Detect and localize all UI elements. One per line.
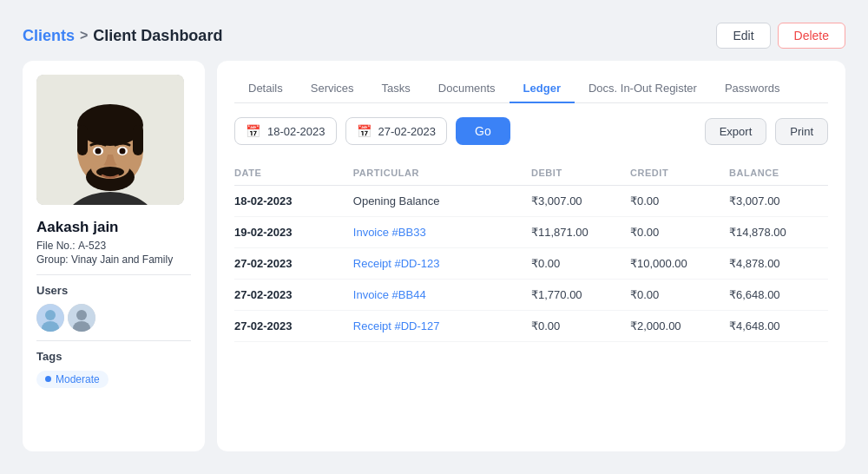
svg-point-16 — [45, 310, 56, 320]
tab-services[interactable]: Services — [297, 75, 368, 103]
cell-debit: ₹0.00 — [531, 311, 630, 342]
tab-documents[interactable]: Documents — [424, 75, 510, 103]
header: Clients > Client Dashboard Edit Delete — [23, 23, 845, 49]
breadcrumb-separator: > — [80, 28, 88, 43]
tag-label: Moderate — [56, 373, 100, 385]
from-date-input[interactable]: 📅 18-02-2023 — [234, 117, 337, 145]
svg-point-14 — [96, 167, 124, 177]
tab-docs-inout[interactable]: Docs. In-Out Register — [575, 75, 711, 103]
cell-credit: ₹10,000.00 — [630, 248, 729, 280]
cell-balance: ₹14,878.00 — [729, 217, 828, 248]
page-container: Clients > Client Dashboard Edit Delete — [9, 9, 859, 465]
divider-2 — [36, 340, 191, 341]
client-file-no: File No.: A-523 — [36, 240, 191, 252]
col-credit: CREDIT — [630, 162, 729, 186]
col-date: DATE — [234, 162, 353, 186]
cell-particular[interactable]: Invoice #BB44 — [353, 280, 531, 311]
cell-credit: ₹0.00 — [630, 280, 729, 311]
cell-debit: ₹0.00 — [531, 248, 630, 280]
export-button[interactable]: Export — [705, 118, 767, 145]
table-row: 27-02-2023Invoice #BB44₹1,770.00₹0.00₹6,… — [234, 280, 828, 311]
cell-particular: Opening Balance — [353, 186, 531, 217]
print-button[interactable]: Print — [775, 118, 828, 145]
cell-credit: ₹0.00 — [630, 217, 729, 248]
table-head: DATE PARTICULAR DEBIT CREDIT BALANCE — [234, 162, 828, 186]
user-avatar-1 — [36, 304, 64, 332]
calendar-from-icon: 📅 — [246, 124, 260, 138]
cell-particular[interactable]: Invoice #BB33 — [353, 217, 531, 248]
avatar — [36, 75, 184, 205]
tab-ledger[interactable]: Ledger — [510, 75, 575, 103]
svg-rect-6 — [77, 125, 88, 155]
client-name: Aakash jain — [36, 219, 191, 236]
cell-date: 18-02-2023 — [234, 186, 353, 217]
cell-date: 27-02-2023 — [234, 280, 353, 311]
svg-rect-7 — [133, 125, 143, 155]
table-row: 27-02-2023Receipt #DD-123₹0.00₹10,000.00… — [234, 248, 828, 280]
users-label: Users — [36, 284, 191, 297]
tab-details[interactable]: Details — [234, 75, 297, 103]
user-avatar-2 — [68, 304, 95, 332]
client-sidebar: Aakash jain File No.: A-523 Group: Vinay… — [23, 61, 205, 451]
to-date-value: 27-02-2023 — [378, 125, 437, 138]
tags-label: Tags — [36, 350, 191, 363]
breadcrumb-current: Client Dashboard — [93, 27, 222, 45]
cell-balance: ₹4,878.00 — [729, 248, 828, 280]
go-button[interactable]: Go — [456, 117, 510, 145]
table-header-row: DATE PARTICULAR DEBIT CREDIT BALANCE — [234, 162, 828, 186]
cell-date: 19-02-2023 — [234, 217, 353, 248]
col-particular: PARTICULAR — [353, 162, 531, 186]
cell-balance: ₹6,648.00 — [729, 280, 828, 311]
cell-credit: ₹2,000.00 — [630, 311, 729, 342]
svg-point-12 — [95, 148, 102, 155]
cell-date: 27-02-2023 — [234, 311, 353, 342]
cell-balance: ₹4,648.00 — [729, 311, 828, 342]
tabs: Details Services Tasks Documents Ledger … — [234, 75, 828, 103]
calendar-to-icon: 📅 — [357, 124, 372, 138]
svg-point-19 — [76, 310, 87, 320]
cell-debit: ₹11,871.00 — [531, 217, 630, 248]
cell-particular[interactable]: Receipt #DD-123 — [353, 248, 531, 280]
client-group: Group: Vinay Jain and Family — [36, 253, 191, 266]
breadcrumb-clients-link[interactable]: Clients — [23, 27, 75, 45]
right-panel: Details Services Tasks Documents Ledger … — [217, 61, 845, 451]
main-content: Aakash jain File No.: A-523 Group: Vinay… — [23, 61, 845, 451]
breadcrumb: Clients > Client Dashboard — [23, 27, 222, 45]
users-row — [36, 304, 191, 332]
cell-credit: ₹0.00 — [630, 186, 729, 217]
cell-particular[interactable]: Receipt #DD-127 — [353, 311, 531, 342]
from-date-value: 18-02-2023 — [267, 125, 326, 138]
tag-dot — [45, 376, 51, 382]
ledger-table: DATE PARTICULAR DEBIT CREDIT BALANCE 18-… — [234, 162, 828, 342]
edit-button[interactable]: Edit — [716, 23, 770, 49]
cell-balance: ₹3,007.00 — [729, 186, 828, 217]
svg-point-13 — [120, 148, 126, 155]
cell-debit: ₹1,770.00 — [531, 280, 630, 311]
table-body: 18-02-2023Opening Balance₹3,007.00₹0.00₹… — [234, 186, 828, 342]
tab-tasks[interactable]: Tasks — [368, 75, 424, 103]
table-row: 19-02-2023Invoice #BB33₹11,871.00₹0.00₹1… — [234, 217, 828, 248]
table-row: 27-02-2023Receipt #DD-127₹0.00₹2,000.00₹… — [234, 311, 828, 342]
cell-date: 27-02-2023 — [234, 248, 353, 280]
to-date-input[interactable]: 📅 27-02-2023 — [345, 117, 448, 145]
divider-1 — [36, 274, 191, 275]
col-balance: BALANCE — [729, 162, 828, 186]
filters-row: 📅 18-02-2023 📅 27-02-2023 Go Export Prin… — [234, 117, 828, 145]
avatar-container — [36, 75, 191, 208]
cell-debit: ₹3,007.00 — [531, 186, 630, 217]
delete-button[interactable]: Delete — [778, 23, 845, 49]
header-actions: Edit Delete — [716, 23, 845, 49]
col-debit: DEBIT — [531, 162, 630, 186]
table-row: 18-02-2023Opening Balance₹3,007.00₹0.00₹… — [234, 186, 828, 217]
tag-moderate: Moderate — [36, 371, 108, 388]
tab-passwords[interactable]: Passwords — [711, 75, 794, 103]
